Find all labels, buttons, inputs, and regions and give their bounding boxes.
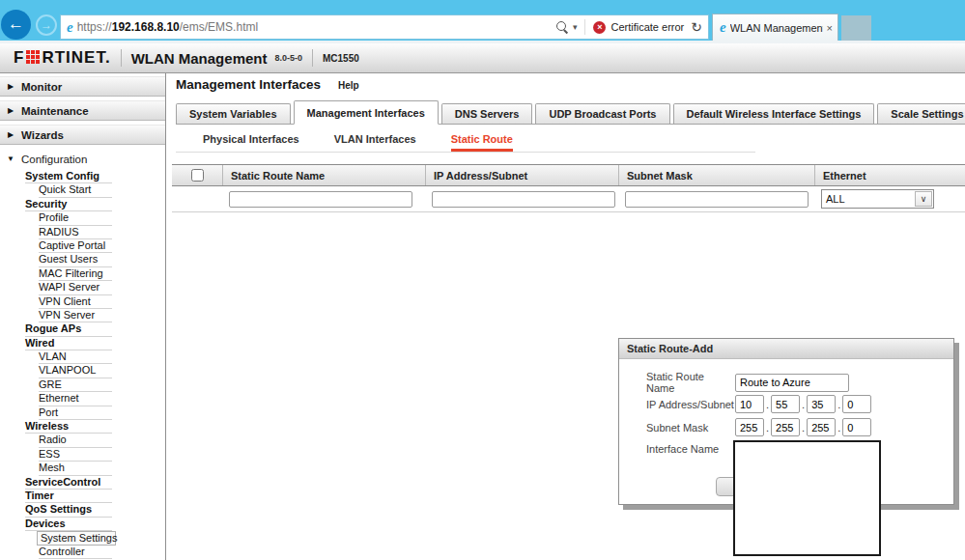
tab-favicon-ie-icon: e bbox=[720, 19, 726, 36]
sidebar-tree-item[interactable]: Profile bbox=[39, 211, 112, 225]
interface-name-listbox[interactable] bbox=[733, 440, 881, 556]
main-tabstrip: System Variables Management Interfaces D… bbox=[176, 100, 965, 125]
sidebar-tree-item[interactable]: Port bbox=[39, 406, 112, 420]
refresh-icon[interactable]: ↻ bbox=[691, 19, 702, 35]
sidebar-tree-item-label: VLAN bbox=[39, 350, 67, 362]
sidebar-tree-item[interactable]: Ethernet bbox=[39, 392, 112, 406]
sidebar-tree-item[interactable]: Radio bbox=[39, 434, 112, 447]
sidebar-tree-item[interactable]: System Settings bbox=[37, 531, 116, 545]
filter-subnet-mask-input[interactable] bbox=[625, 191, 809, 208]
sidebar-tree-item[interactable]: ESS bbox=[39, 448, 112, 462]
ethernet-filter-select[interactable]: ALL ∨ bbox=[821, 189, 934, 209]
column-header-static-route-name[interactable]: Static Route Name bbox=[222, 165, 425, 185]
column-header-ip-address-subnet[interactable]: IP Address/Subnet bbox=[425, 165, 618, 185]
ip-octet-1-input[interactable] bbox=[735, 395, 764, 413]
sidebar-tree-item[interactable]: WAPI Server bbox=[39, 281, 112, 294]
ip-octet-4-input[interactable] bbox=[842, 395, 871, 413]
sidebar-section[interactable]: Maintenance bbox=[0, 100, 165, 121]
sidebar-tree-item-label: Mesh bbox=[39, 462, 65, 473]
sidebar-section[interactable]: Wizards bbox=[0, 125, 165, 145]
new-tab-button[interactable] bbox=[841, 15, 871, 41]
sidebar-tree-item[interactable]: GRE bbox=[39, 378, 112, 392]
sidebar-tree-item-label: Devices bbox=[25, 518, 66, 529]
sidebar-section[interactable]: Configuration bbox=[0, 149, 165, 169]
select-all-checkbox[interactable] bbox=[191, 169, 204, 182]
certificate-error-icon[interactable]: × bbox=[593, 21, 606, 34]
forward-button[interactable]: → bbox=[36, 14, 57, 36]
sidebar-tree-item[interactable]: Wired bbox=[25, 337, 112, 350]
octet-dot: . bbox=[837, 399, 840, 410]
sidebar-tree-item[interactable]: Controller bbox=[39, 546, 112, 559]
sidebar-tree-item-label: RADIUS bbox=[39, 226, 79, 238]
mask-octet-3-input[interactable] bbox=[807, 418, 836, 436]
static-route-name-label: Static Route Name bbox=[646, 371, 735, 394]
url-text[interactable]: https://192.168.8.10/ems/EMS.html bbox=[77, 20, 556, 34]
section-label: Wizards bbox=[21, 129, 64, 141]
sidebar-tree-item-label: ESS bbox=[39, 448, 60, 460]
main-tab[interactable]: System Variables bbox=[176, 103, 291, 124]
address-bar[interactable]: e https://192.168.8.10/ems/EMS.html ▾ × … bbox=[60, 14, 709, 40]
section-expand-arrow-icon bbox=[0, 106, 21, 115]
ip-octet-2-input[interactable] bbox=[771, 395, 800, 413]
main-tab[interactable]: DNS Servers bbox=[441, 103, 533, 124]
sub-tab[interactable]: Static Route bbox=[451, 133, 513, 152]
sub-tab[interactable]: VLAN Interfaces bbox=[334, 133, 416, 152]
sidebar-tree-item-label: Radio bbox=[39, 434, 67, 445]
sidebar-tree-item[interactable]: VPN Client bbox=[39, 295, 112, 309]
sidebar-tree-item[interactable]: VLAN bbox=[39, 350, 112, 364]
sidebar-tree-item[interactable]: Mesh bbox=[39, 462, 112, 475]
octet-dot: . bbox=[802, 399, 805, 410]
sidebar-tree-item[interactable]: Rogue APs bbox=[25, 322, 112, 336]
filter-ip-address-subnet-input[interactable] bbox=[432, 191, 615, 208]
main-tab-label: Default Wireless Interface Settings bbox=[687, 108, 862, 120]
mask-octet-1-input[interactable] bbox=[735, 418, 764, 436]
column-header-ethernet[interactable]: Ethernet bbox=[814, 165, 965, 185]
sidebar-section[interactable]: Monitor bbox=[0, 76, 165, 97]
certificate-error-label[interactable]: Certificate error bbox=[610, 21, 684, 33]
sidebar-tree-item-label: Profile bbox=[39, 211, 69, 223]
sidebar-tree-item[interactable]: Security bbox=[25, 198, 112, 211]
main-tab[interactable]: Management Interfaces bbox=[294, 100, 439, 125]
header-divider bbox=[312, 49, 313, 67]
sidebar-tree-item[interactable]: RADIUS bbox=[39, 226, 112, 239]
search-dropdown-caret-icon[interactable]: ▾ bbox=[573, 22, 578, 32]
sidebar-tree-item[interactable]: Timer bbox=[25, 490, 112, 503]
tab-close-icon[interactable]: × bbox=[827, 22, 833, 34]
main-tab[interactable]: UDP Broadcast Ports bbox=[535, 103, 669, 124]
sidebar-tree-item[interactable]: Devices bbox=[25, 518, 112, 531]
mask-octet-2-input[interactable] bbox=[771, 418, 800, 436]
static-route-name-input[interactable] bbox=[735, 374, 849, 392]
sidebar-tree-item[interactable]: Captive Portal bbox=[39, 239, 112, 253]
search-icon[interactable] bbox=[556, 21, 568, 33]
sidebar-tree-item-label: GRE bbox=[39, 378, 62, 390]
sidebar-tree-item[interactable]: ServiceControl bbox=[25, 476, 112, 490]
sidebar-tree-item[interactable]: Guest Users bbox=[39, 253, 112, 266]
sidebar-tree-item[interactable]: Wireless bbox=[25, 420, 112, 434]
main-tab[interactable]: Scale Settings bbox=[877, 103, 965, 124]
back-button[interactable]: ← bbox=[1, 10, 31, 40]
sidebar-tree-item[interactable]: Quick Start bbox=[39, 183, 112, 197]
main-tab[interactable]: Default Wireless Interface Settings bbox=[673, 103, 875, 124]
sub-tab[interactable]: Physical Interfaces bbox=[203, 133, 299, 152]
sidebar-tree-item[interactable]: VPN Server bbox=[39, 309, 112, 322]
browser-tab[interactable]: e WLAN Management : CPH-... × bbox=[712, 14, 838, 41]
select-dropdown-arrow-icon[interactable]: ∨ bbox=[915, 191, 932, 207]
ip-octet-3-input[interactable] bbox=[807, 395, 836, 413]
mask-octet-4-input[interactable] bbox=[842, 418, 871, 436]
sidebar-tree-item-label: Security bbox=[25, 198, 67, 210]
fortinet-logo-left: F bbox=[14, 48, 24, 68]
sidebar-tree-item[interactable]: System Config bbox=[25, 170, 112, 183]
dialog-title[interactable]: Static Route-Add bbox=[619, 339, 953, 359]
sub-tab-label: VLAN Interfaces bbox=[334, 133, 416, 145]
sidebar-tree-item[interactable]: VLANPOOL bbox=[39, 364, 112, 378]
octet-dot: . bbox=[766, 399, 769, 410]
section-expand-arrow-icon bbox=[0, 82, 21, 91]
column-header-subnet-mask[interactable]: Subnet Mask bbox=[618, 165, 814, 185]
section-label: Configuration bbox=[21, 154, 87, 165]
main-tab-label: DNS Servers bbox=[455, 108, 520, 120]
help-link[interactable]: Help bbox=[338, 80, 359, 91]
filter-static-route-name-input[interactable] bbox=[229, 191, 412, 208]
sidebar-tree-item[interactable]: QoS Settings bbox=[25, 503, 112, 517]
sidebar-tree-item[interactable]: MAC Filtering bbox=[39, 267, 112, 281]
section-expand-arrow-icon bbox=[0, 154, 21, 163]
